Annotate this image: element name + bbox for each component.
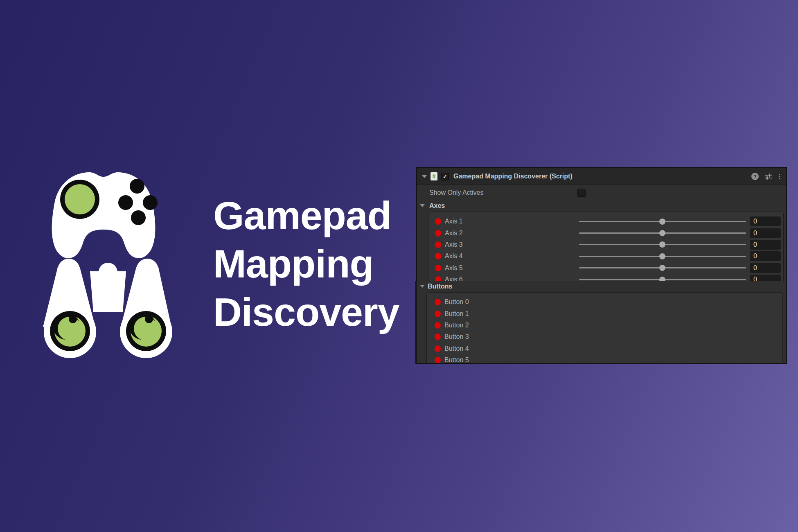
- inspector-header: # ✓ Gamepad Mapping Discoverer (Script) …: [417, 168, 786, 185]
- button-north: [130, 179, 144, 194]
- axis-value-field[interactable]: 0: [750, 228, 781, 238]
- active-indicator-dot: [435, 299, 441, 305]
- axis-slider-thumb[interactable]: [659, 230, 665, 236]
- header-actions: ?: [751, 173, 781, 180]
- axis-value-field[interactable]: 0: [750, 251, 781, 261]
- active-indicator-dot: [435, 311, 441, 317]
- left-lens-eye: [50, 311, 90, 351]
- axis-value-field[interactable]: 0: [750, 240, 781, 250]
- button-row-0: Button 0: [427, 296, 782, 308]
- button-south: [131, 210, 146, 225]
- app-title: Gamepad Mapping Discovery: [213, 192, 399, 336]
- chevron-down-icon[interactable]: [422, 175, 427, 178]
- checkmark-icon: ✓: [443, 174, 447, 179]
- axis-slider-thumb[interactable]: [659, 277, 665, 281]
- button-label: Button 2: [444, 322, 469, 329]
- button-label: Button 3: [444, 333, 469, 340]
- axis-slider-thumb[interactable]: [659, 219, 665, 225]
- axis-row-1: Axis 1 0: [428, 216, 783, 227]
- axes-group: Axis 1 0 Axis 2 0 Axis 3 0 Ax: [428, 212, 784, 281]
- axis-slider-thumb[interactable]: [659, 253, 665, 259]
- buttons-group: Button 0 Button 1 Button 2 Button 3 Butt…: [426, 292, 783, 364]
- axis-slider-thumb[interactable]: [659, 241, 665, 248]
- button-label: Button 0: [444, 298, 469, 306]
- axis-value-field[interactable]: 0: [750, 216, 781, 226]
- button-row-3: Button 3: [427, 331, 782, 343]
- active-indicator-dot: [435, 265, 441, 271]
- axis-label: Axis 3: [445, 241, 463, 248]
- buttons-panel: Buttons Button 0 Button 1 Button 2 Butto…: [415, 281, 787, 364]
- script-icon: #: [431, 172, 437, 180]
- axis-value-field[interactable]: 0: [750, 263, 781, 273]
- button-label: Button 1: [444, 310, 469, 318]
- active-indicator-dot: [435, 276, 441, 281]
- buttons-foldout-chevron-icon[interactable]: [420, 285, 425, 288]
- axis-value-field[interactable]: 0: [750, 275, 781, 281]
- presets-icon[interactable]: [765, 173, 772, 180]
- axis-row-6: Axis 6 0: [428, 274, 783, 281]
- active-indicator-dot: [435, 334, 441, 340]
- show-only-actives-checkbox[interactable]: [577, 189, 586, 197]
- show-only-actives-label: Show Only Actives: [429, 189, 484, 196]
- enable-checkbox[interactable]: ✓: [441, 173, 449, 180]
- active-indicator-dot: [435, 357, 441, 363]
- title-line-1: Gamepad: [213, 192, 399, 240]
- axes-foldout-chevron-icon[interactable]: [420, 204, 425, 207]
- button-row-2: Button 2: [427, 320, 782, 331]
- axis-label: Axis 1: [445, 218, 463, 225]
- active-indicator-dot: [435, 322, 441, 329]
- title-line-3: Discovery: [213, 288, 399, 336]
- right-lens-eye: [126, 311, 166, 351]
- axis-row-2: Axis 2 0: [428, 227, 783, 239]
- axis-slider-thumb[interactable]: [659, 265, 665, 271]
- axis-row-4: Axis 4 0: [428, 250, 783, 262]
- axis-label: Axis 6: [445, 276, 463, 281]
- button-east: [143, 195, 158, 210]
- active-indicator-dot: [435, 253, 441, 259]
- active-indicator-dot: [435, 218, 441, 225]
- component-title: Gamepad Mapping Discoverer (Script): [453, 173, 573, 180]
- help-glyph: ?: [753, 174, 757, 179]
- button-west: [118, 195, 133, 210]
- axis-row-3: Axis 3 0: [428, 239, 783, 250]
- active-indicator-dot: [435, 241, 441, 248]
- help-icon[interactable]: ?: [751, 173, 759, 180]
- axis-label: Axis 2: [445, 230, 463, 237]
- active-indicator-dot: [435, 230, 441, 237]
- inspector-panel: # ✓ Gamepad Mapping Discoverer (Script) …: [416, 167, 787, 281]
- axis-label: Axis 4: [445, 252, 463, 260]
- active-indicator-dot: [435, 345, 441, 352]
- kebab-menu-icon[interactable]: [778, 173, 781, 180]
- joystick: [65, 184, 95, 214]
- button-label: Button 4: [444, 345, 469, 352]
- button-row-5: Button 5: [427, 354, 782, 364]
- promo-banner: Gamepad Mapping Discovery # ✓ Gamepad Ma…: [0, 0, 798, 532]
- script-icon-glyph: #: [433, 173, 436, 180]
- axis-label: Axis 5: [445, 264, 463, 272]
- axis-row-5: Axis 5 0: [428, 262, 783, 274]
- button-row-4: Button 4: [427, 343, 782, 354]
- button-label: Button 5: [444, 356, 469, 364]
- buttons-section-label: Buttons: [428, 283, 452, 290]
- button-row-1: Button 1: [427, 308, 782, 319]
- axes-section-label: Axes: [429, 202, 445, 210]
- title-line-2: Mapping: [213, 240, 399, 288]
- gamepad-binoculars-logo: [37, 169, 172, 361]
